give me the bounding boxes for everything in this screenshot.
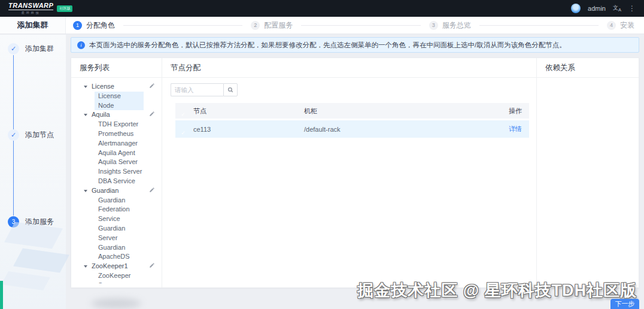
tree-item-guardian-server[interactable]: Guardian Server [71,224,162,243]
topbar: TRANSWARP 星环科技 社区版 admin 文A ⋮ [0,0,644,17]
step-label: 安装 [620,20,634,31]
step-number: 1 [73,21,82,30]
row-actions [149,262,155,268]
tree-label: License [92,83,114,90]
brand-logo[interactable]: TRANSWARP 星环科技 社区版 [8,2,72,14]
community-watermark: 掘金技术社区 @ 星环科技TDH社区版 [357,280,637,301]
username-label[interactable]: admin [588,5,606,12]
rack-name: /default-rack [304,126,487,133]
caret-down-icon[interactable] [84,114,87,116]
node-name: ce113 [193,126,304,133]
wizard-step-安装: 4安装 [607,20,634,31]
tree-group-guardian[interactable]: Guardian [71,186,162,196]
tree-label: ZooKeeper1 [92,262,128,269]
tree-item-guardian-federation-service[interactable]: Guardian Federation Service [71,196,162,224]
tree-label: Insights Server [98,168,142,175]
table-row-ce113[interactable]: ce113/default-rack详情 [175,120,529,138]
tree-label: TDH Exporter [98,120,138,128]
tree-item-insights-server[interactable]: Insights Server [71,167,162,177]
decor-illustration [4,225,66,291]
node-table: 节点机柜操作ce113/default-rack详情 [175,103,529,138]
node-assignment-title: 节点分配 [162,58,536,78]
column-header-node: 节点 [193,107,304,116]
tree-label: Aquila [92,111,110,118]
check-icon: ✓ [8,129,19,141]
app-window: TRANSWARP 星环科技 社区版 admin 文A ⋮ 添加集群 1分配角色… [0,0,644,309]
service-list-title: 服务列表 [71,58,162,78]
tree-group-aquila[interactable]: Aquila [71,110,162,120]
edit-icon[interactable] [149,83,155,89]
tree-label: Guardian Federation Service [98,196,130,223]
progress-sidebar: ✓添加集群✓添加节点3添加服务 [0,35,66,309]
more-menu-icon[interactable]: ⋮ [628,4,636,13]
column-header-rack: 机柜 [304,107,487,116]
step-number: 4 [607,21,616,30]
wizard-step-配置服务: 2配置服务 [251,20,293,31]
next-step-button[interactable]: 下一步 [610,299,639,309]
tree-item-aquila-agent[interactable]: Aquila Agent [71,149,162,158]
info-icon: i [77,41,85,49]
edit-icon[interactable] [149,111,155,117]
search-icon [227,87,233,93]
sidebar-step-label: 添加节点 [25,130,54,140]
info-banner-text: 本页面为选中的服务分配角色，默认已按推荐方法分配，如果想要修改分配，先点选左侧菜… [89,41,566,50]
row-actions [149,187,155,193]
detail-link[interactable]: 详情 [509,125,522,132]
tree-label: Guardian ApacheDS [98,244,130,260]
sidebar-step-添加集群[interactable]: ✓添加集群 [0,43,54,54]
edition-badge: 社区版 [57,5,72,12]
tree-group-license[interactable]: License [71,82,162,92]
info-banner: i 本页面为选中的服务分配角色，默认已按推荐方法分配，如果想要修改分配，先点选左… [71,37,639,53]
row-actions [149,111,155,117]
sidebar-step-添加节点[interactable]: ✓添加节点 [0,129,54,141]
tree-label: Aquila Agent [98,149,135,156]
step-connector [479,25,599,26]
step-connector [123,25,242,26]
tree-item-aquila-server[interactable]: Aquila Server [71,157,162,167]
wizard-step-分配角色: 1分配角色 [73,20,115,31]
tree-item-tdh-exporter[interactable]: TDH Exporter [71,120,162,129]
user-avatar[interactable] [571,4,581,13]
service-list-panel: 服务列表 LicenseLicense NodeAquilaTDH Export… [71,58,162,287]
search-input[interactable] [171,83,223,96]
tree-item-license-node[interactable]: License Node [71,92,162,111]
step-label: 分配角色 [86,20,115,31]
tree-item-dba-service[interactable]: DBA Service [71,177,162,186]
role-assignment-card: 服务列表 LicenseLicense NodeAquilaTDH Export… [71,57,639,288]
wizard-header: 添加集群 1分配角色2配置服务3服务总览4安装 [0,17,644,34]
node-search [171,83,238,96]
step-number: 2 [251,21,260,30]
caret-down-icon[interactable] [84,190,87,192]
wizard-stepper: 1分配角色2配置服务3服务总览4安装 [66,17,644,34]
row-actions [149,83,155,89]
main-content: i 本页面为选中的服务分配角色，默认已按推荐方法分配，如果想要修改分配，先点选左… [66,35,644,309]
caret-down-icon[interactable] [84,86,87,88]
step-label: 服务总览 [442,20,471,31]
page-title: 添加集群 [0,17,66,34]
tree-item-zookeeper-server[interactable]: ZooKeeper Server [71,271,162,283]
tree-item-prometheus[interactable]: Prometheus [71,129,162,139]
service-tree: LicenseLicense NodeAquilaTDH ExporterPro… [71,78,162,283]
node-assignment-panel: 节点分配 节点机柜操作ce113/default-rack详情 [162,58,537,287]
language-icon[interactable]: 文A [613,4,621,13]
tree-item-guardian-apacheds[interactable]: Guardian ApacheDS [71,243,162,262]
search-button[interactable] [223,83,238,96]
edit-icon[interactable] [149,187,155,193]
dependency-title: 依赖关系 [537,58,639,78]
step-label: 配置服务 [264,20,293,31]
tree-label: Guardian [92,187,119,194]
column-header-action: 操作 [487,107,529,116]
sidebar-step-label: 添加集群 [25,44,54,54]
edit-icon[interactable] [149,262,155,268]
logo-text: TRANSWARP [8,2,53,10]
step-connector [301,25,420,26]
tree-group-zookeeper1[interactable]: ZooKeeper1 [71,262,162,271]
tree-label: Aquila Server [98,158,138,165]
table-header-row: 节点机柜操作 [175,103,529,119]
tree-label: License Node [95,92,144,111]
caret-down-icon[interactable] [84,265,87,268]
check-icon: ✓ [8,43,19,54]
tree-item-alertmanager[interactable]: Alertmanager [71,139,162,149]
tree-label: DBA Service [98,177,135,184]
tree-label: Guardian Server [98,225,125,241]
